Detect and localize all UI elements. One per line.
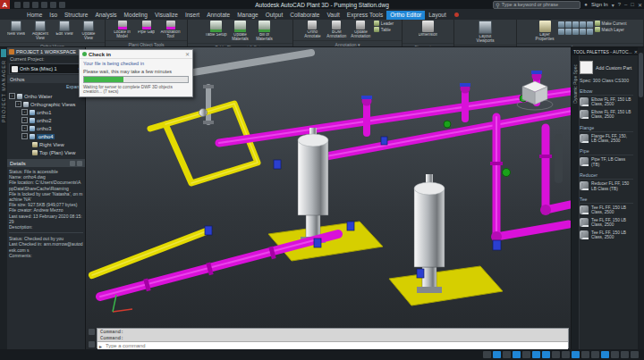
update-materials-button[interactable]: Update Materials [229, 21, 251, 42]
palette-item[interactable]: Elbow FL FF, 150 LB Class, 2500 [580, 97, 633, 107]
tab-output[interactable]: Output [262, 11, 287, 20]
tab-vault[interactable]: Vault [323, 11, 343, 20]
layer-tool-icon[interactable] [558, 29, 564, 35]
new-file-icon[interactable] [14, 2, 21, 8]
tab-ortho-editor[interactable]: Ortho Editor [386, 11, 425, 20]
annotation-tool-button[interactable]: Annotation Tool [159, 21, 182, 39]
tab-home[interactable]: Home [23, 11, 46, 20]
layer-properties-button[interactable]: Layer Properties [534, 21, 556, 42]
layer-tool-icon[interactable] [587, 21, 593, 28]
object-track-icon[interactable] [542, 351, 550, 358]
maximize-icon[interactable]: □ [631, 2, 634, 7]
workspace-switch-icon[interactable] [611, 351, 619, 358]
ortho-mode-icon[interactable] [513, 351, 521, 358]
tree-item-top-plan-view[interactable]: Top (Plan) View [32, 148, 85, 156]
scroll-thumb[interactable] [639, 53, 643, 97]
tab-manage[interactable]: Manage [233, 11, 262, 20]
dialog-close-icon[interactable]: ✕ [185, 51, 190, 57]
tool-palettes-header[interactable]: TOOL PALETTES - AUTOC... ✕ [572, 47, 638, 55]
annotation-scale-icon[interactable] [601, 351, 609, 358]
expander-icon[interactable] [21, 117, 28, 123]
clean-screen-icon[interactable] [631, 351, 639, 358]
tab-annotate[interactable]: Annotate [203, 11, 233, 20]
layer-tool-icon[interactable] [572, 21, 579, 28]
redo-icon[interactable] [59, 2, 65, 8]
add-custom-part-item[interactable]: Add Custom Part [580, 61, 633, 74]
sign-in-button[interactable]: Sign In [591, 2, 608, 7]
new-view-button[interactable]: New View [5, 21, 28, 41]
layer-tool-icon[interactable] [565, 29, 572, 35]
navigation-bar[interactable] [555, 134, 563, 183]
minimize-icon[interactable]: – [624, 2, 627, 7]
command-input[interactable] [104, 342, 566, 349]
current-project-dropdown[interactable]: Orth Sta (Misc) 1 ▾ [9, 63, 83, 74]
palette-item[interactable]: Elbow FL FF, 150 LB Class, 2500 [580, 110, 633, 120]
bom-annotation-button[interactable]: BOM Annotation [326, 21, 348, 39]
undo-icon[interactable] [50, 2, 56, 8]
match-layer-button[interactable]: Match Layer [595, 27, 627, 32]
dimension-button[interactable]: Dimension [417, 21, 439, 42]
lineweight-icon[interactable] [552, 351, 560, 358]
ortho-annotate-button[interactable]: Ortho Annotate [301, 21, 324, 39]
tab-insert[interactable]: Insert [182, 11, 203, 20]
pipe-gap-button[interactable]: Pipe Gap [135, 21, 157, 39]
tab-visualize[interactable]: Visualize [151, 11, 182, 20]
palette-item[interactable]: Pipe TF, LB Class (TB) [580, 157, 633, 167]
tab-express-tools[interactable]: Express Tools [343, 11, 386, 20]
bill-of-materials-button[interactable]: Bill of Materials [253, 21, 275, 42]
save-icon[interactable] [32, 2, 38, 8]
close-icon[interactable]: ✕ [638, 2, 642, 8]
tree-item-ortho1[interactable]: ortho1 [21, 108, 85, 116]
tree-item-ortho3[interactable]: ortho3 [21, 124, 85, 132]
autocad-logo-icon[interactable]: A [0, 0, 10, 9]
dynamic-ucs-icon[interactable] [591, 351, 599, 358]
palette-item[interactable]: Flange FL FF, 150, LB Class, 2500 [580, 134, 633, 144]
customize-icon[interactable] [89, 329, 95, 335]
expand-link[interactable]: Expand [7, 83, 85, 90]
workspace-row[interactable]: PROJECT 1 WORKSPACE [7, 47, 85, 55]
tree-item-root[interactable]: Ortho Water [9, 92, 85, 100]
layer-tool-icon[interactable] [565, 21, 572, 28]
model-space-icon[interactable] [483, 351, 491, 358]
tree-item-views[interactable]: Orthographic Views [15, 100, 85, 108]
expander-icon[interactable] [9, 93, 15, 99]
snap-mode-icon[interactable] [503, 351, 511, 358]
make-current-button[interactable]: Make Current [595, 21, 627, 26]
expander-icon[interactable] [21, 109, 28, 115]
3d-osnap-icon[interactable] [581, 351, 589, 358]
pin-icon[interactable] [77, 161, 82, 166]
transparency-icon[interactable] [562, 351, 570, 358]
layer-tool-icon[interactable] [580, 21, 586, 28]
tab-iso[interactable]: Iso [46, 11, 61, 20]
project-manager-titlebar[interactable]: PROJECT MANAGER [0, 47, 7, 349]
tree-item-ortho4[interactable]: ortho4 [21, 132, 85, 140]
palette-scrollbar[interactable] [638, 47, 644, 349]
locate-in-model-button[interactable]: Locate in Model [111, 21, 133, 39]
wrench-icon[interactable] [89, 341, 95, 347]
leader-button[interactable]: Leader [374, 21, 394, 26]
help-search-input[interactable]: ⚲ Type a keyword or phrase [493, 1, 580, 9]
isolate-objects-icon[interactable] [621, 351, 629, 358]
palette-item[interactable]: Tee FL FF, 150 LB Class, 2500 [580, 205, 633, 215]
layer-tool-icon[interactable] [558, 21, 564, 28]
dialog-title-bar[interactable]: Check in ✕ [80, 50, 192, 59]
tab-structure[interactable]: Structure [61, 11, 91, 20]
palette-item[interactable]: Reducer FL FF, 150 LB Class (TB) [580, 181, 633, 191]
expander-icon[interactable] [15, 101, 21, 107]
tab-layout[interactable]: Layout [425, 11, 450, 20]
tab-analysis[interactable]: Analysis [91, 11, 120, 20]
refresh-icon[interactable] [70, 161, 75, 166]
plot-icon[interactable] [41, 2, 47, 8]
tree-item-ortho2[interactable]: ortho2 [21, 116, 85, 124]
help-icon[interactable]: ? [618, 2, 621, 7]
palette-item[interactable]: Tee FL FF, 150 LB Class, 2500 [580, 230, 633, 240]
osnap-icon[interactable] [532, 351, 540, 358]
tree-item-right-view[interactable]: Right View [32, 140, 85, 148]
layer-tool-icon[interactable] [572, 29, 579, 35]
adjacent-view-button[interactable]: Adjacent View [30, 21, 52, 41]
grid-icon[interactable] [493, 351, 501, 358]
palette-tab-dynamic-pipe-spec[interactable]: Dynamic Pipe Spec [572, 64, 578, 104]
orthos-section-header[interactable]: Orthos [7, 75, 85, 83]
table-setup-button[interactable]: Table Setup [205, 21, 227, 42]
tab-modeling[interactable]: Modeling [121, 11, 151, 20]
